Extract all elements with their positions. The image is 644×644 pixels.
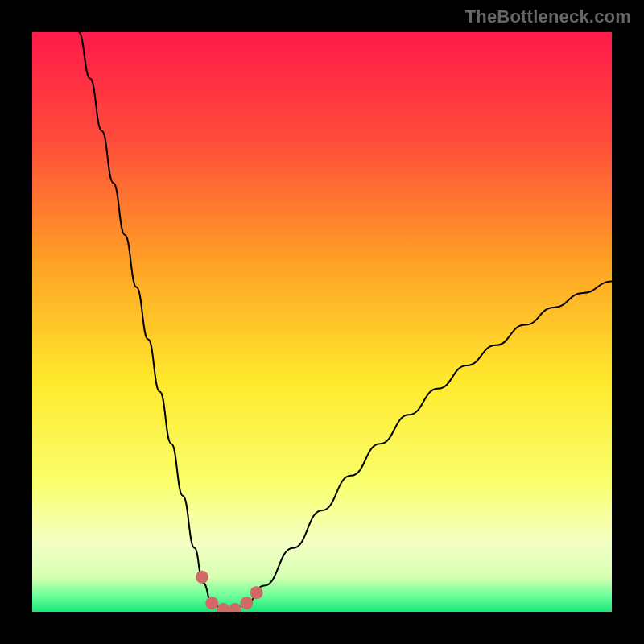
curve-marker bbox=[205, 597, 218, 609]
chart-frame: TheBottleneck.com bbox=[0, 0, 644, 644]
gradient-background bbox=[32, 32, 612, 612]
watermark-text: TheBottleneck.com bbox=[465, 6, 631, 27]
chart-svg bbox=[32, 32, 612, 612]
plot-area bbox=[32, 32, 612, 612]
curve-marker bbox=[250, 586, 263, 599]
curve-marker bbox=[240, 597, 253, 609]
curve-marker bbox=[196, 571, 208, 584]
